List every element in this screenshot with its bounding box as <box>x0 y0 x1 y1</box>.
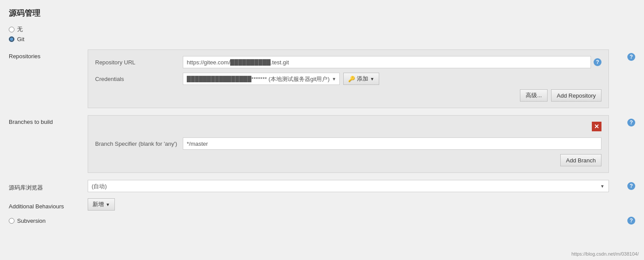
repo-url-row: Repository URL ? <box>95 56 601 68</box>
source-browser-section: 源码库浏览器 (自动) ? <box>9 176 635 196</box>
subversion-help-icon[interactable]: ? <box>627 217 635 225</box>
add-behaviour-button[interactable]: 新增 ▼ <box>88 198 115 211</box>
add-credentials-arrow-icon: ▼ <box>370 77 374 81</box>
repo-url-input[interactable] <box>183 56 591 68</box>
branch-specifier-input[interactable] <box>183 137 601 150</box>
add-behaviour-arrow-icon: ▼ <box>106 202 110 207</box>
page-title: 源码管理 <box>9 8 635 18</box>
radio-subversion-group: Subversion ? <box>9 213 635 228</box>
additional-behaviours-section: Additional Behaviours 新增 ▼ <box>9 196 635 213</box>
source-browser-help-icon[interactable]: ? <box>627 182 635 190</box>
add-repository-button[interactable]: Add Repository <box>551 89 601 102</box>
additional-behaviours-content: 新增 ▼ <box>88 198 619 211</box>
add-branch-button[interactable]: Add Branch <box>560 154 601 166</box>
repo-url-label: Repository URL <box>95 59 183 66</box>
radio-git-label[interactable]: Git <box>17 36 25 42</box>
additional-behaviours-label: Additional Behaviours <box>9 200 88 210</box>
source-browser-select-wrapper: (自动) <box>88 180 609 192</box>
branches-label: Branches to build <box>9 115 88 125</box>
radio-none[interactable] <box>9 27 14 32</box>
credentials-row: Credentials ████████████████******* (本地测… <box>95 73 601 85</box>
repo-url-help-icon[interactable]: ? <box>594 58 601 66</box>
source-browser-label: 源码库浏览器 <box>9 180 88 192</box>
branches-section: Branches to build ✕ Branch Specifier (bl… <box>9 112 635 176</box>
radio-none-group: 无 <box>9 25 635 33</box>
branches-help-area: ? <box>625 115 635 126</box>
radio-git[interactable] <box>9 36 14 42</box>
repositories-label: Repositories <box>9 49 88 60</box>
branches-help-icon[interactable]: ? <box>627 119 635 126</box>
advanced-button[interactable]: 高级... <box>520 89 548 102</box>
remove-branch-button[interactable]: ✕ <box>592 122 601 131</box>
page-container: 源码管理 无 Git Repositories Repository URL ?… <box>0 0 644 260</box>
repositories-help-area: ? <box>625 49 635 61</box>
repositories-help-icon[interactable]: ? <box>627 53 635 61</box>
source-browser-select[interactable]: (自动) <box>88 180 609 192</box>
branch-specifier-label: Branch Specifier (blank for 'any') <box>95 141 183 147</box>
radio-subversion[interactable] <box>9 218 14 224</box>
radio-subversion-label[interactable]: Subversion <box>17 218 46 224</box>
radio-git-group: Git <box>9 36 635 42</box>
add-branch-row: Add Branch <box>95 154 601 166</box>
repo-action-buttons: 高级... Add Repository <box>95 89 601 102</box>
branches-content: ✕ Branch Specifier (blank for 'any') Add… <box>88 115 609 173</box>
credentials-select-wrapper: ████████████████******* (本地测试服务器git用户) <box>183 73 340 85</box>
radio-none-label[interactable]: 无 <box>17 25 23 33</box>
credentials-label: Credentials <box>95 76 183 82</box>
add-credentials-label: 添加 <box>357 75 368 83</box>
repositories-section: Repositories Repository URL ? Credential… <box>9 46 635 112</box>
credentials-select[interactable]: ████████████████******* (本地测试服务器git用户) <box>183 73 340 85</box>
key-icon: 🔑 <box>348 76 355 82</box>
credentials-controls: ████████████████******* (本地测试服务器git用户) 🔑… <box>183 73 601 85</box>
repositories-content: Repository URL ? Credentials ███████████… <box>88 49 609 108</box>
add-credentials-button[interactable]: 🔑 添加 ▼ <box>343 73 379 85</box>
add-behaviour-label: 新增 <box>93 200 104 208</box>
x-btn-row: ✕ <box>95 122 601 135</box>
branch-specifier-row: Branch Specifier (blank for 'any') <box>95 137 601 150</box>
footer-link: https://blog.csdn.net/m/038104/ <box>572 251 639 256</box>
